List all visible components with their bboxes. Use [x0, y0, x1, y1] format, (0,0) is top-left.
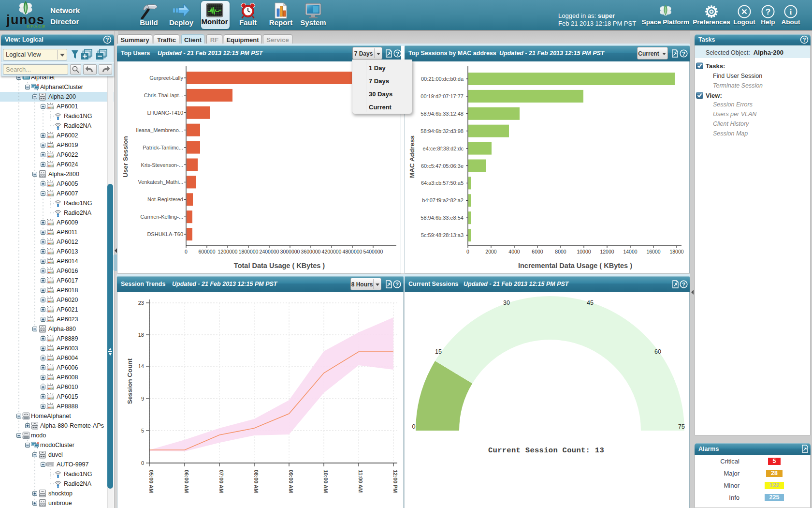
svg-text:5400000: 5400000	[363, 249, 383, 254]
svg-text:10000: 10000	[577, 249, 591, 254]
svg-text:?: ?	[106, 37, 109, 43]
svg-text:Kris-Stevenson-...: Kris-Stevenson-...	[141, 162, 183, 168]
svg-text:Carmen-Kelling-...: Carmen-Kelling-...	[140, 214, 183, 220]
svg-text:58:94:6b:33:e8:54: 58:94:6b:33:e8:54	[420, 215, 464, 221]
svg-text:60:c5:47:05:06:3e: 60:c5:47:05:06:3e	[421, 163, 464, 169]
svg-text:11:00 AM: 11:00 AM	[358, 470, 363, 493]
svg-text:64:a3:cb:57:50:a5: 64:a3:cb:57:50:a5	[421, 180, 464, 186]
svg-text:0: 0	[466, 249, 469, 254]
svg-text:?: ?	[395, 282, 399, 287]
svg-text:600000: 600000	[198, 249, 215, 254]
svg-text:30: 30	[503, 299, 510, 306]
svg-text:45: 45	[587, 299, 594, 306]
svg-text:5: 5	[141, 428, 144, 433]
svg-text:18: 18	[138, 332, 144, 338]
svg-text:9: 9	[141, 396, 144, 402]
svg-text:Chris-Thai-lapt...: Chris-Thai-lapt...	[144, 92, 183, 98]
svg-text:0: 0	[412, 423, 416, 430]
svg-text:i: i	[790, 8, 792, 16]
svg-text:DSHUKLA-T60: DSHUKLA-T60	[147, 231, 183, 237]
svg-text:09:00 AM: 09:00 AM	[288, 470, 294, 493]
svg-text:Total Data Usage ( KBytes ): Total Data Usage ( KBytes )	[234, 262, 325, 269]
svg-text:6000: 6000	[532, 249, 543, 254]
svg-text:05:00 AM: 05:00 AM	[148, 470, 154, 493]
svg-text:Incremental Data Usage ( KByte: Incremental Data Usage ( KBytes )	[518, 262, 632, 269]
svg-text:SPACE: SPACE	[27, 24, 46, 29]
svg-text:Venkatesh_Mathi...: Venkatesh_Mathi...	[138, 179, 183, 185]
svg-text:58:94:6b:32:d3:98: 58:94:6b:32:d3:98	[420, 128, 464, 134]
svg-text:User Session: User Session	[122, 136, 129, 178]
svg-text:Session Count: Session Count	[126, 358, 133, 404]
svg-text:Gurpreet-Lally: Gurpreet-Lally	[149, 75, 183, 81]
svg-text:4000: 4000	[508, 249, 520, 254]
svg-text:12:00 PM: 12:00 PM	[392, 470, 398, 493]
svg-text:5c:59:48:28:13:a3: 5c:59:48:28:13:a3	[421, 232, 464, 238]
svg-text:LHUANG-T410: LHUANG-T410	[147, 110, 183, 116]
svg-text:1800000: 1800000	[239, 249, 259, 254]
svg-text:?: ?	[766, 7, 770, 16]
svg-text:Not-Registered: Not-Registered	[147, 196, 183, 202]
svg-text:60: 60	[654, 348, 661, 355]
svg-text:3000000: 3000000	[280, 249, 300, 254]
svg-text:b4:07:f9:a2:82:a2: b4:07:f9:a2:82:a2	[422, 197, 464, 203]
svg-text:4200000: 4200000	[322, 249, 342, 254]
svg-text:06:00 AM: 06:00 AM	[184, 470, 189, 493]
svg-text:?: ?	[682, 282, 685, 287]
svg-text:12000: 12000	[600, 249, 614, 254]
svg-text:75: 75	[678, 423, 685, 430]
svg-text:10:00 AM: 10:00 AM	[323, 470, 329, 493]
svg-text:00:19:d2:07:17:77: 00:19:d2:07:17:77	[420, 93, 464, 99]
svg-text:0: 0	[185, 249, 188, 254]
svg-text:0: 0	[141, 460, 144, 466]
svg-text:58:94:6b:33:12:48: 58:94:6b:33:12:48	[420, 111, 464, 117]
svg-text:14: 14	[138, 363, 144, 369]
svg-text:1200000: 1200000	[218, 249, 238, 254]
svg-text:?: ?	[396, 51, 399, 57]
svg-text:4800000: 4800000	[343, 249, 362, 254]
svg-text:14000: 14000	[623, 249, 637, 254]
svg-text:00:21:00:dc:b0:da: 00:21:00:dc:b0:da	[421, 76, 464, 82]
svg-text:16000: 16000	[646, 249, 660, 254]
svg-text:07:00 AM: 07:00 AM	[218, 470, 224, 493]
svg-text:Current Session Count: 13: Current Session Count: 13	[488, 446, 604, 455]
svg-text:3600000: 3600000	[301, 249, 321, 254]
svg-text:15: 15	[435, 348, 442, 355]
svg-text:e4:ce:8f:38:d2:dc: e4:ce:8f:38:d2:dc	[423, 146, 464, 151]
svg-text:Patrick-Tanlimc...: Patrick-Tanlimc...	[143, 145, 183, 150]
svg-text:08:00 AM: 08:00 AM	[253, 470, 259, 493]
svg-text:23: 23	[138, 300, 144, 306]
svg-text:MAC Address: MAC Address	[408, 135, 416, 178]
svg-text:18000: 18000	[669, 249, 683, 254]
svg-text:2400000: 2400000	[260, 249, 279, 254]
svg-text:Ileana_Membreno...: Ileana_Membreno...	[136, 127, 183, 133]
svg-text:?: ?	[803, 37, 806, 43]
svg-text:2000: 2000	[485, 249, 497, 254]
svg-text:8000: 8000	[555, 249, 566, 254]
svg-text:?: ?	[682, 51, 685, 57]
